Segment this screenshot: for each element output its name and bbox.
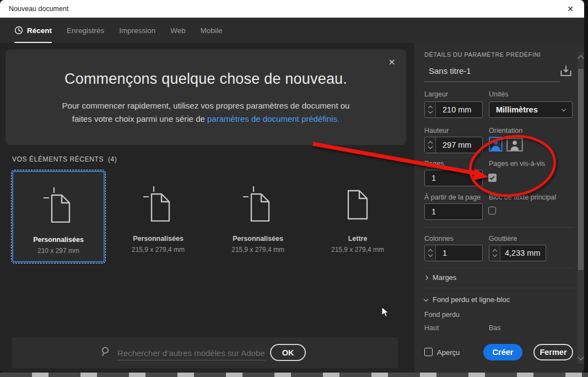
largeur-control: [424, 101, 483, 118]
preset-documents-link[interactable]: paramètres de document prédéfinis.: [207, 114, 339, 123]
pages-vis-a-vis-checkbox[interactable]: [488, 174, 497, 182]
orientation-landscape-button[interactable]: [506, 138, 523, 152]
gouttiere-control: [489, 245, 546, 261]
colonnes-control: [424, 245, 483, 261]
tab-web[interactable]: Web: [170, 18, 186, 43]
divider: [424, 288, 574, 288]
divider: [424, 268, 574, 268]
tab-saved[interactable]: Enregistrés: [67, 18, 104, 43]
ok-button[interactable]: OK: [270, 344, 306, 361]
gouttiere-stepper[interactable]: [489, 245, 500, 261]
hero-title: Commençons quelque chose de nouveau.: [6, 71, 406, 88]
bloc-texte-checkbox[interactable]: [488, 207, 496, 214]
largeur-stepper[interactable]: [425, 102, 436, 117]
screen: Nouveau document ✕ Récent Enregistrés Im…: [0, 0, 588, 377]
window-close-icon[interactable]: ✕: [564, 3, 576, 14]
recent-card-personnalisees-letter-1[interactable]: Personnalisées 215,9 x 279,4 mm: [112, 171, 204, 262]
tab-mobile[interactable]: Mobile: [201, 18, 223, 43]
apercu-checkbox[interactable]: [424, 348, 433, 356]
hero-panel: ✕ Commençons quelque chose de nouveau. P…: [6, 50, 406, 145]
preset-details-panel: DÉTAILS DU PARAMÈTRE PRÉDÉFINI Sans titr…: [414, 43, 584, 373]
recent-card-personnalisees-letter-2[interactable]: Personnalisées 215,9 x 279,4 mm: [212, 171, 304, 262]
taskbar-strip: [0, 373, 588, 377]
bas-label: Bas: [489, 324, 501, 332]
hauteur-control: [424, 137, 483, 153]
orientation-portrait-button[interactable]: [489, 137, 503, 152]
search-input[interactable]: [117, 346, 265, 360]
pages-input[interactable]: [424, 170, 483, 186]
hauteur-stepper[interactable]: [425, 137, 436, 153]
window-titlebar: Nouveau document ✕: [0, 0, 584, 18]
hauteur-label: Hauteur: [424, 127, 449, 134]
recent-card-lettre[interactable]: Lettre 215,9 x 279,4 mm: [311, 171, 404, 262]
desktop-background: [584, 0, 588, 373]
document-custom-icon: [142, 185, 174, 222]
window-title: Nouveau document: [9, 5, 68, 13]
colonnes-stepper[interactable]: [425, 245, 436, 261]
fond-perdu-label: Fond perdu: [424, 311, 460, 319]
document-custom-icon: [42, 186, 74, 223]
largeur-input[interactable]: [436, 102, 482, 117]
marges-section-toggle[interactable]: Marges: [424, 273, 456, 282]
unites-label: Unités: [489, 90, 508, 98]
panel-heading: DÉTAILS DU PARAMÈTRE PRÉDÉFINI: [424, 51, 541, 58]
apercu-label: Aperçu: [437, 348, 460, 357]
fond-perdu-section-toggle[interactable]: Fond perdu et ligne-bloc: [424, 295, 510, 304]
new-document-dialog: Nouveau document ✕ Récent Enregistrés Im…: [0, 0, 584, 373]
tab-print[interactable]: Impression: [119, 18, 155, 43]
hero-close-icon[interactable]: ✕: [386, 57, 397, 68]
preset-name-underline: [424, 82, 560, 82]
gouttiere-input[interactable]: [500, 245, 546, 261]
tab-recent-label: Récent: [27, 26, 52, 35]
a-partir-label: À partir de la page: [424, 193, 481, 201]
chevron-down-icon: [424, 297, 428, 301]
clock-icon: [14, 26, 23, 35]
colonnes-input[interactable]: [436, 245, 482, 261]
search-icon: [101, 346, 111, 357]
divider: [424, 227, 574, 228]
recent-items-heading: VOS ÉLÉMENTS RÉCENTS (4): [12, 155, 117, 163]
colonnes-label: Colonnes: [424, 235, 454, 243]
chevron-right-icon: [424, 275, 428, 279]
unites-dropdown[interactable]: Millimètres: [489, 101, 573, 118]
recent-card-personnalisees-210x297[interactable]: Personnalisées 210 x 297 mm: [12, 171, 105, 262]
template-search-panel: OK: [12, 337, 398, 368]
tab-recent[interactable]: Récent: [14, 18, 52, 43]
hero-description: Pour commencer rapidement, utilisez vos …: [6, 99, 406, 126]
hauteur-input[interactable]: [436, 137, 482, 153]
gouttiere-label: Gouttière: [489, 235, 517, 243]
save-preset-icon[interactable]: [559, 64, 573, 78]
document-custom-icon: [242, 185, 274, 222]
bloc-texte-label: Bloc de texte principal: [489, 193, 556, 201]
panel-scrollbar-thumb[interactable]: [578, 69, 584, 270]
tabbar: Récent Enregistrés Impression Web Mobile: [0, 18, 584, 43]
fermer-button[interactable]: Fermer: [533, 344, 573, 360]
largeur-label: Largeur: [424, 90, 448, 98]
chevron-down-icon: [562, 107, 566, 111]
pages-vis-a-vis-label: Pages en vis-à-vis: [489, 160, 545, 168]
pages-label: Pages: [424, 160, 444, 168]
recent-items-count: (4): [108, 155, 117, 163]
creer-button[interactable]: Créer: [483, 344, 522, 360]
a-partir-input[interactable]: [424, 203, 483, 220]
orientation-label: Orientation: [489, 127, 522, 134]
preset-name-field[interactable]: Sans titre-1: [429, 66, 471, 76]
document-icon: [342, 185, 374, 222]
haut-label: Haut: [424, 324, 439, 332]
